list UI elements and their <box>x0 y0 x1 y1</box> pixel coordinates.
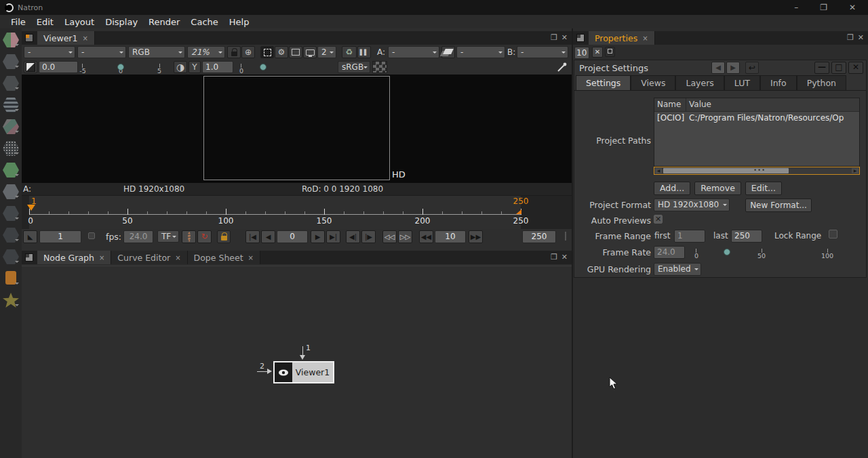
menu-edit[interactable]: Edit <box>31 16 59 28</box>
frame-rate-slider-handle[interactable] <box>724 249 730 255</box>
scroll-right-icon[interactable]: ▶ <box>852 168 859 173</box>
lock-range-checkbox[interactable] <box>829 230 837 238</box>
tab-close-icon[interactable]: × <box>82 35 87 42</box>
alpha-channel-select[interactable]: - <box>77 46 126 58</box>
gamma-slider-handle[interactable] <box>260 64 267 70</box>
panel-maximize-icon[interactable]: □ <box>831 62 846 74</box>
panel-minimize-icon[interactable]: — <box>814 62 829 74</box>
window-minimize-button[interactable]: – <box>794 3 798 12</box>
gain-value[interactable]: 0.0 <box>39 61 78 73</box>
turntable-icon[interactable] <box>182 230 196 243</box>
window-restore-button[interactable]: ❐ <box>820 3 827 12</box>
tab-close-icon[interactable]: × <box>175 254 180 262</box>
toolbar-color-icon[interactable] <box>2 118 20 136</box>
project-format-select[interactable]: HD 1920x1080 <box>654 199 730 211</box>
color-picker-icon[interactable] <box>557 62 568 72</box>
tab-layers[interactable]: Layers <box>675 75 724 90</box>
nodegraph-canvas[interactable]: 1 2 Viewer1 <box>22 266 572 458</box>
scroll-left-icon[interactable]: ◀ <box>655 168 662 173</box>
next-increment-button[interactable]: ▶▶ <box>469 230 483 243</box>
menu-render[interactable]: Render <box>143 16 185 28</box>
pane-close-icon[interactable]: ✕ <box>561 253 568 262</box>
panel-close-icon[interactable]: ✕ <box>848 62 863 74</box>
full-frame-icon[interactable] <box>289 46 302 58</box>
clip-to-project-icon[interactable] <box>260 46 274 58</box>
b-input-select[interactable]: - <box>517 46 568 58</box>
layer-select[interactable]: - <box>24 46 75 58</box>
playhead-marker[interactable] <box>27 205 35 215</box>
tab-properties[interactable]: Properties × <box>589 31 655 45</box>
frame-rate-field[interactable]: 24.0 <box>654 246 685 259</box>
play-backward-button[interactable]: ◀ <box>261 230 275 243</box>
out-point-marker[interactable] <box>516 209 521 214</box>
wipe-operator-select[interactable]: - <box>456 46 505 58</box>
toolbar-channel-icon[interactable] <box>2 96 20 114</box>
in-point-checkbox[interactable] <box>88 232 95 239</box>
tab-close-icon[interactable]: × <box>642 35 648 42</box>
redo-icon[interactable]: ▶ <box>726 62 740 74</box>
menu-display[interactable]: Display <box>100 16 143 28</box>
lock-timeline-icon[interactable] <box>217 230 231 243</box>
first-frame-field[interactable]: 1 <box>674 230 705 243</box>
tab-curve-editor[interactable]: Curve Editor × <box>111 251 187 264</box>
panel-anchor-icon[interactable] <box>25 253 33 262</box>
menu-cache[interactable]: Cache <box>185 16 223 28</box>
table-hscrollbar[interactable]: ◀ ∙∙∙ ▶ <box>654 167 860 175</box>
gamma-slider[interactable]: 0 <box>236 61 338 73</box>
toolbar-views-icon[interactable] <box>2 226 20 244</box>
node-input2-arrow[interactable] <box>257 371 271 372</box>
center-image-icon[interactable]: ⊕ <box>241 46 255 58</box>
last-frame-field[interactable]: 250 <box>731 230 762 243</box>
gain-slider[interactable]: -5 0 5 <box>81 61 163 73</box>
refresh-icon[interactable]: ♻ <box>342 46 357 58</box>
tab-close-icon[interactable]: × <box>99 254 104 262</box>
a-input-select[interactable]: - <box>388 46 439 58</box>
node-input1-arrow[interactable] <box>302 346 303 358</box>
pane-close-icon[interactable]: ✕ <box>561 33 568 42</box>
add-path-button[interactable]: Add... <box>654 182 690 195</box>
wipe-mode-icon[interactable] <box>441 46 455 58</box>
gain-icon[interactable] <box>24 61 37 73</box>
first-frame-button[interactable]: |◀ <box>245 230 260 243</box>
scrollbar-thumb[interactable] <box>663 168 789 173</box>
current-frame-field[interactable]: 0 <box>277 230 308 243</box>
in-point-field[interactable]: 1 <box>39 230 81 243</box>
menu-layout[interactable]: Layout <box>59 16 100 28</box>
panel-anchor-icon[interactable] <box>576 34 585 42</box>
pane-maximize-icon[interactable]: ❒ <box>551 33 557 42</box>
active-inputs-icon[interactable] <box>303 46 317 58</box>
colorspace-select[interactable]: sRGB <box>338 61 370 73</box>
close-all-panels-button[interactable]: ✕ <box>592 47 603 58</box>
fps-field[interactable]: 24.0 <box>123 230 153 243</box>
out-point-field[interactable]: 250 <box>522 230 556 243</box>
toolbar-draw-icon[interactable] <box>2 53 20 70</box>
timeline-behaviour-button[interactable]: ◣ <box>23 230 37 243</box>
tab-info[interactable]: Info <box>760 75 797 90</box>
window-close-button[interactable]: ✕ <box>849 3 856 12</box>
tab-node-graph[interactable]: Node Graph × <box>37 251 111 264</box>
zoom-select[interactable]: 21% <box>187 46 225 58</box>
sync-viewers-lock-icon[interactable] <box>227 46 241 58</box>
downscale-select[interactable]: 2 <box>317 46 336 58</box>
prev-increment-button[interactable]: ◀◀ <box>419 230 433 243</box>
new-format-button[interactable]: New Format... <box>745 199 812 212</box>
menu-help[interactable]: Help <box>224 16 255 28</box>
autocontrast-icon[interactable]: ◑ <box>174 61 187 73</box>
toolbar-merge-icon[interactable] <box>2 183 20 201</box>
minimize-all-panels-button[interactable] <box>605 47 615 57</box>
tab-dope-sheet[interactable]: Dope Sheet × <box>188 251 260 264</box>
pane-maximize-icon[interactable]: ❒ <box>847 33 854 42</box>
toolbar-other-icon[interactable] <box>2 248 20 266</box>
gain-slider-handle[interactable] <box>117 64 124 70</box>
viewer-canvas[interactable]: HD <box>22 75 572 183</box>
timeline-corner-button[interactable] <box>558 230 572 243</box>
tab-settings[interactable]: Settings <box>576 75 631 90</box>
play-forward-button[interactable]: ▶ <box>311 230 325 243</box>
pause-icon[interactable]: ▌▌ <box>357 46 371 58</box>
next-frame-button[interactable]: |▶ <box>361 230 376 243</box>
luma-button[interactable]: Y <box>189 61 201 73</box>
increment-field[interactable]: 10 <box>435 230 466 243</box>
checkerboard-toggle-icon[interactable] <box>372 61 387 73</box>
table-row[interactable]: [OCIO] C:/Program Files/Natron/Resources… <box>654 112 859 125</box>
frame-rate-slider[interactable]: 0 50 100 <box>691 246 833 258</box>
